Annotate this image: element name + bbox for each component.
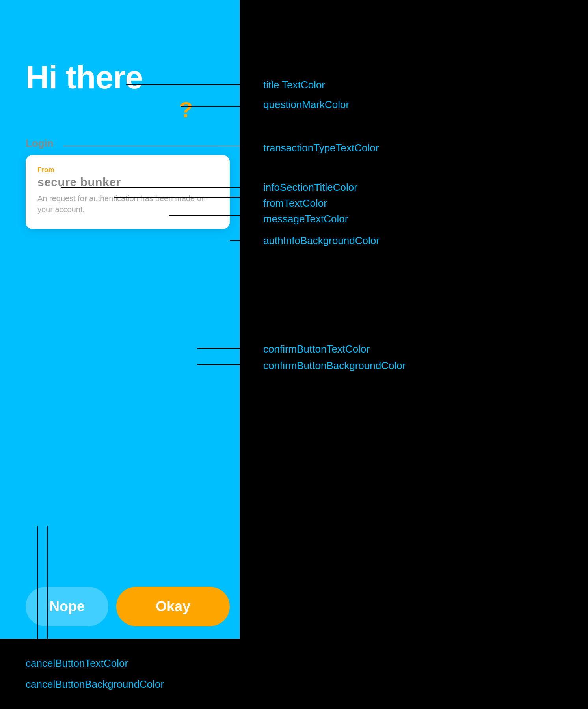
cancel-button-label: Nope <box>49 598 85 615</box>
main-title: Hi there <box>26 61 193 93</box>
subtitle-text: could you okay this <box>26 99 176 120</box>
annotation-info-section-title-color: infoSectionTitleColor <box>263 181 357 194</box>
auth-info-card: From secure bunker An request for authen… <box>26 155 230 229</box>
annotation-auth-info-bg-color: authInfoBackgroundColor <box>263 235 380 247</box>
main-layout: Hi there could you okay this ? Login Fro… <box>0 0 588 709</box>
cancel-button[interactable]: Nope <box>26 587 108 626</box>
from-value: secure bunker <box>37 175 218 189</box>
transaction-type-label: Login <box>26 137 54 149</box>
buttons-area: Nope Okay <box>26 587 230 626</box>
annotation-confirm-btn-text-color: confirmButtonTextColor <box>263 343 370 355</box>
confirm-button-label: Okay <box>156 598 190 615</box>
title-section: Hi there could you okay this ? <box>26 61 193 122</box>
bottom-annotation-section: cancelButtonTextColor cancelButtonBackgr… <box>0 639 588 709</box>
confirm-button[interactable]: Okay <box>116 587 230 626</box>
cancel-btn-bg-color-label: cancelButtonBackgroundColor <box>26 678 588 690</box>
annotation-title-text-color: title TextColor <box>263 79 325 91</box>
message-text: An request for authentication has been m… <box>37 193 218 215</box>
right-panel: title TextColor questionMarkColor transa… <box>240 0 588 709</box>
annotation-message-text-color: messageTextColor <box>263 213 348 225</box>
annotation-from-text-color: fromTextColor <box>263 197 327 209</box>
left-panel: Hi there could you okay this ? Login Fro… <box>0 0 240 709</box>
annotation-question-mark-color: questionMarkColor <box>263 99 349 111</box>
question-mark: ? <box>179 97 193 122</box>
from-label: From <box>37 166 218 174</box>
annotation-confirm-btn-bg-color: confirmButtonBackgroundColor <box>263 360 406 372</box>
annotation-transaction-type-color: transactionTypeTextColor <box>263 142 379 154</box>
cancel-btn-text-color-label: cancelButtonTextColor <box>26 657 588 670</box>
subtitle-row: could you okay this ? <box>26 97 193 122</box>
